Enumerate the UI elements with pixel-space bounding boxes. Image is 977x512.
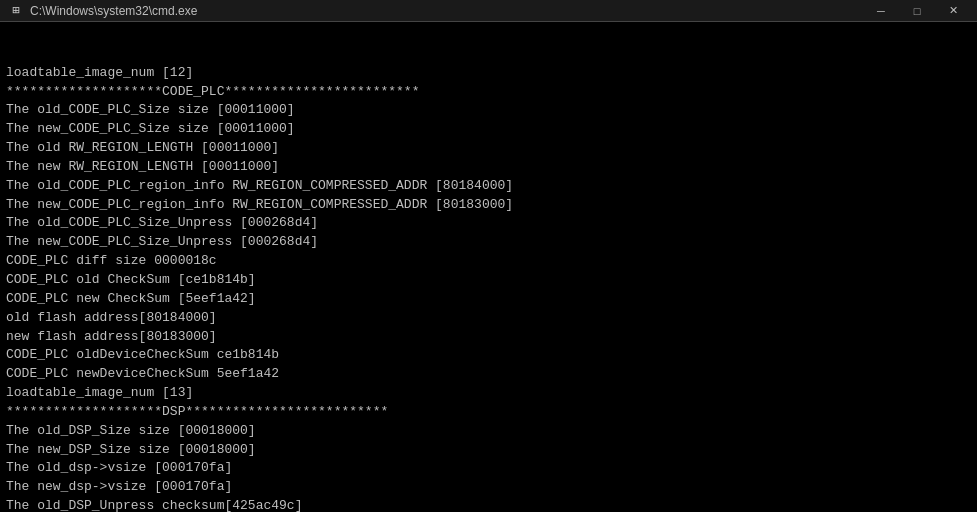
terminal-line: The new RW_REGION_LENGTH [00011000] [6, 158, 971, 177]
terminal-line: ********************CODE_PLC************… [6, 83, 971, 102]
terminal-line: The new_CODE_PLC_Size size [00011000] [6, 120, 971, 139]
titlebar-controls: ─ □ ✕ [865, 2, 969, 20]
terminal-line: The old_CODE_PLC_Size_Unpress [000268d4] [6, 214, 971, 233]
maximize-button[interactable]: □ [901, 2, 933, 20]
terminal-line: loadtable_image_num [13] [6, 384, 971, 403]
terminal-content: loadtable_image_num [12]****************… [6, 64, 971, 512]
terminal-line: The old_DSP_Size size [00018000] [6, 422, 971, 441]
terminal-line: ********************DSP*****************… [6, 403, 971, 422]
terminal-window: loadtable_image_num [12]****************… [0, 22, 977, 512]
terminal-line: CODE_PLC oldDeviceCheckSum ce1b814b [6, 346, 971, 365]
terminal-line: old flash address[80184000] [6, 309, 971, 328]
window-titlebar: ⊞ C:\Windows\system32\cmd.exe ─ □ ✕ [0, 0, 977, 22]
terminal-line: The old_CODE_PLC_Size size [00011000] [6, 101, 971, 120]
terminal-line: new flash address[80183000] [6, 328, 971, 347]
terminal-line: CODE_PLC diff size 0000018c [6, 252, 971, 271]
titlebar-icon: ⊞ [8, 3, 24, 19]
terminal-line: CODE_PLC new CheckSum [5eef1a42] [6, 290, 971, 309]
minimize-button[interactable]: ─ [865, 2, 897, 20]
terminal-line: The old_dsp->vsize [000170fa] [6, 459, 971, 478]
terminal-line: loadtable_image_num [12] [6, 64, 971, 83]
terminal-line: The new_DSP_Size size [00018000] [6, 441, 971, 460]
terminal-line: The old RW_REGION_LENGTH [00011000] [6, 139, 971, 158]
terminal-line: CODE_PLC newDeviceCheckSum 5eef1a42 [6, 365, 971, 384]
close-button[interactable]: ✕ [937, 2, 969, 20]
terminal-line: The old_DSP_Unpress checksum[425ac49c] [6, 497, 971, 512]
terminal-line: The new_CODE_PLC_Size_Unpress [000268d4] [6, 233, 971, 252]
terminal-line: The new_dsp->vsize [000170fa] [6, 478, 971, 497]
terminal-line: The old_CODE_PLC_region_info RW_REGION_C… [6, 177, 971, 196]
titlebar-title: C:\Windows\system32\cmd.exe [30, 4, 859, 18]
terminal-line: The new_CODE_PLC_region_info RW_REGION_C… [6, 196, 971, 215]
terminal-line: CODE_PLC old CheckSum [ce1b814b] [6, 271, 971, 290]
